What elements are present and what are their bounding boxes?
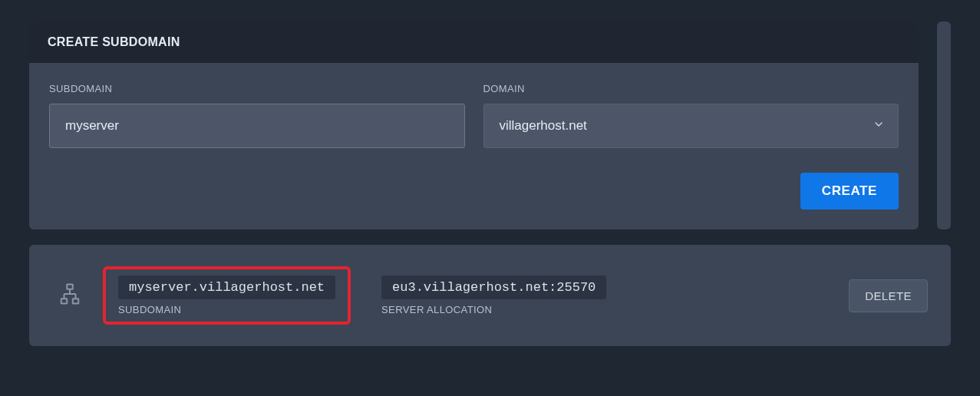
domain-selected-value: villagerhost.net — [500, 118, 587, 134]
subdomain-value-chip: myserver.villagerhost.net — [118, 276, 335, 299]
svg-rect-1 — [61, 299, 68, 303]
subdomain-entry-card: myserver.villagerhost.net SUBDOMAIN eu3.… — [29, 245, 951, 346]
subdomain-field: SUBDOMAIN — [49, 83, 465, 148]
domain-field: DOMAIN villagerhost.net — [483, 83, 899, 148]
chevron-down-icon — [873, 118, 885, 134]
subdomain-input[interactable] — [49, 104, 465, 148]
domain-select-wrap: villagerhost.net — [483, 104, 899, 148]
button-row: CREATE — [49, 173, 899, 210]
allocation-value-chip: eu3.villagerhost.net:25570 — [381, 276, 606, 299]
create-button[interactable]: CREATE — [800, 173, 899, 210]
side-card-stub — [937, 21, 951, 229]
server-allocation-block: eu3.villagerhost.net:25570 SERVER ALLOCA… — [381, 276, 606, 315]
subdomain-label: SUBDOMAIN — [49, 83, 465, 94]
svg-rect-0 — [67, 285, 73, 289]
domain-select[interactable]: villagerhost.net — [483, 104, 899, 148]
fields-row: SUBDOMAIN DOMAIN villagerhost.net — [49, 83, 899, 148]
allocation-label: SERVER ALLOCATION — [381, 304, 606, 315]
card-header: CREATE SUBDOMAIN — [29, 21, 919, 63]
top-row: CREATE SUBDOMAIN SUBDOMAIN DOMAIN villag… — [29, 21, 951, 229]
subdomain-value-label: SUBDOMAIN — [118, 304, 335, 315]
svg-rect-2 — [73, 299, 79, 303]
network-icon — [58, 282, 81, 309]
domain-label: DOMAIN — [483, 83, 899, 94]
card-body: SUBDOMAIN DOMAIN villagerhost.net — [29, 63, 919, 229]
delete-button[interactable]: DELETE — [849, 279, 928, 312]
highlighted-subdomain-box: myserver.villagerhost.net SUBDOMAIN — [103, 266, 351, 325]
create-subdomain-card: CREATE SUBDOMAIN SUBDOMAIN DOMAIN villag… — [29, 21, 919, 229]
